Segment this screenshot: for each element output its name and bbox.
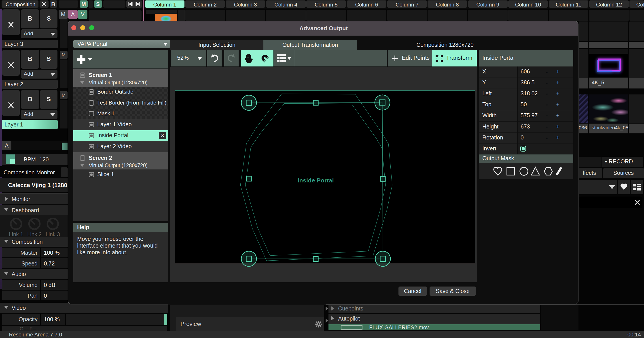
svg-text:Inside Portal: Inside Portal — [298, 177, 334, 184]
